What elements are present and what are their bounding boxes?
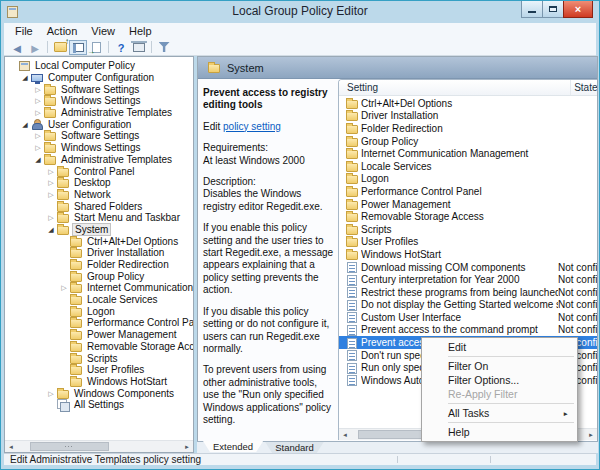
titlebar[interactable]: Local Group Policy Editor ×	[1, 1, 599, 23]
expand-arrow-icon[interactable]	[46, 168, 56, 175]
toolbar-button[interactable]	[112, 40, 130, 55]
list-item[interactable]: Logon	[339, 173, 597, 186]
context-menu-item[interactable]: Filter On	[422, 359, 577, 373]
toolbar-button[interactable]	[69, 40, 87, 55]
expand-arrow-icon[interactable]	[46, 191, 56, 198]
tree-item[interactable]: Windows Components	[5, 387, 193, 399]
tree-item[interactable]: Administrative Templates	[5, 154, 193, 166]
list-item[interactable]: Power Management	[339, 198, 597, 211]
scroll-right-icon[interactable]: ►	[181, 441, 193, 452]
expand-arrow-icon[interactable]	[33, 97, 43, 104]
expand-arrow-icon[interactable]	[33, 109, 43, 116]
tree-item[interactable]: All Settings	[5, 399, 193, 411]
scroll-right-icon[interactable]: ►	[585, 429, 597, 440]
list-item[interactable]: Century interpretation for Year 2000 Not…	[339, 273, 597, 286]
expand-arrow-icon[interactable]	[46, 214, 56, 221]
menu-item[interactable]: Action	[40, 24, 85, 38]
tree-item[interactable]: User Profiles	[5, 364, 193, 376]
menu-item[interactable]: Help	[122, 24, 159, 38]
tree-item[interactable]: User Configuration	[5, 118, 193, 130]
list-item[interactable]: Restrict these programs from being launc…	[339, 286, 597, 299]
toolbar-button[interactable]	[51, 40, 69, 55]
list-item[interactable]: User Profiles	[339, 236, 597, 249]
column-header-state[interactable]: State	[571, 82, 597, 93]
toolbar-button[interactable]	[130, 40, 148, 55]
tree-item[interactable]: Power Management	[5, 329, 193, 341]
tree-item[interactable]: Logon	[5, 305, 193, 317]
expand-arrow-icon[interactable]	[20, 121, 30, 128]
expand-arrow-icon[interactable]	[46, 226, 56, 233]
list-item[interactable]: Download missing COM components Not conf…	[339, 261, 597, 274]
tree-item[interactable]: Local Computer Policy	[5, 60, 193, 72]
tree-item[interactable]: Network	[5, 189, 193, 201]
list-item[interactable]: Windows HotStart	[339, 248, 597, 261]
list-item[interactable]: Driver Installation	[339, 110, 597, 123]
expand-arrow-icon[interactable]	[59, 284, 69, 291]
tree-horizontal-scrollbar[interactable]: ◄ ►	[5, 440, 193, 452]
scrollbar-thumb[interactable]	[30, 442, 109, 451]
tree-item[interactable]: Administrative Templates	[5, 107, 193, 119]
tree-item[interactable]: Internet Communication Management	[5, 282, 193, 294]
context-menu-item[interactable]: All Tasks	[422, 406, 577, 420]
menu-item[interactable]: View	[84, 24, 122, 38]
restore-button[interactable]	[542, 1, 564, 18]
expand-arrow-icon[interactable]	[33, 86, 43, 93]
tree-item[interactable]: Software Settings	[5, 83, 193, 95]
expand-arrow-icon[interactable]	[33, 144, 43, 151]
toolbar-button[interactable]	[155, 40, 173, 55]
list-item[interactable]: Folder Redirection	[339, 122, 597, 135]
tree-item[interactable]: Group Policy	[5, 270, 193, 282]
expand-arrow-icon[interactable]	[33, 132, 43, 139]
menu-item[interactable]: File	[8, 24, 40, 38]
list-item[interactable]: Locale Services	[339, 160, 597, 173]
tree-item[interactable]: System	[5, 224, 193, 236]
context-menu-item[interactable]: Re-Apply Filter	[422, 387, 577, 401]
tree-item[interactable]: Removable Storage Access	[5, 341, 193, 353]
tree-item[interactable]: Windows Settings	[5, 142, 193, 154]
list-item[interactable]: Scripts	[339, 223, 597, 236]
list-item[interactable]: Ctrl+Alt+Del Options	[339, 97, 597, 110]
tree-item[interactable]: Windows Settings	[5, 95, 193, 107]
expand-arrow-icon[interactable]	[46, 179, 56, 186]
column-header-setting[interactable]: Setting	[339, 80, 571, 95]
tree-item[interactable]: Shared Folders	[5, 200, 193, 212]
context-menu-item[interactable]: Help	[422, 425, 577, 439]
close-button[interactable]: ×	[563, 1, 593, 18]
minimize-button[interactable]	[521, 1, 543, 18]
tree-item[interactable]: Control Panel	[5, 165, 193, 177]
tree-item[interactable]: Desktop	[5, 177, 193, 189]
tree-item[interactable]: Scripts	[5, 352, 193, 364]
tree-item[interactable]: Ctrl+Alt+Del Options	[5, 235, 193, 247]
tree-item[interactable]: Start Menu and Taskbar	[5, 212, 193, 224]
edit-policy-setting-link[interactable]: policy setting	[223, 121, 281, 132]
toolbar-button[interactable]	[8, 40, 26, 55]
tree-item[interactable]: Performance Control Panel	[5, 317, 193, 329]
list-item[interactable]: Custom User Interface Not configured	[339, 311, 597, 324]
list-item[interactable]: Internet Communication Management	[339, 147, 597, 160]
tree-item[interactable]: Computer Configuration	[5, 72, 193, 84]
tree-item-label: Windows HotStart	[85, 376, 169, 387]
tree-item[interactable]: Locale Services	[5, 294, 193, 306]
tree-item[interactable]: Windows HotStart	[5, 376, 193, 388]
list-item[interactable]: Do not display the Getting Started welco…	[339, 299, 597, 312]
context-menu-item[interactable]: Filter Options...	[422, 373, 577, 387]
tree-item[interactable]: Software Settings	[5, 130, 193, 142]
toolbar-button[interactable]	[87, 40, 105, 55]
list-item[interactable]: Prevent access to the command prompt Not…	[339, 324, 597, 337]
tree-item[interactable]: Folder Redirection	[5, 259, 193, 271]
context-menu-item[interactable]: Edit	[422, 340, 577, 354]
list-item[interactable]: Group Policy	[339, 135, 597, 148]
list-item[interactable]: Performance Control Panel	[339, 185, 597, 198]
view-tab[interactable]: Standard	[265, 442, 324, 453]
folder-icon	[44, 144, 56, 153]
scroll-left-icon[interactable]: ◄	[339, 429, 351, 440]
list-item[interactable]: Removable Storage Access	[339, 210, 597, 223]
expand-arrow-icon[interactable]	[46, 390, 56, 397]
folder-icon	[346, 213, 358, 222]
expand-arrow-icon[interactable]	[33, 156, 43, 163]
expand-arrow-icon[interactable]	[20, 74, 30, 81]
toolbar-button[interactable]	[26, 40, 44, 55]
tree-item[interactable]: Driver Installation	[5, 247, 193, 259]
view-tab[interactable]: Extended	[203, 441, 263, 452]
scroll-left-icon[interactable]: ◄	[5, 441, 17, 452]
